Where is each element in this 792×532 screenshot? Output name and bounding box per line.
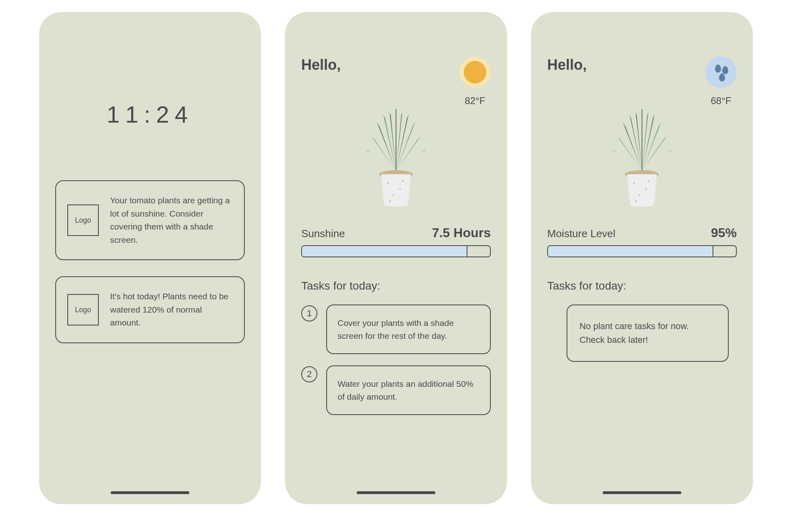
plant-icon (362, 102, 430, 207)
app-logo-placeholder: Logo (67, 294, 99, 325)
notification-card[interactable]: Logo Your tomato plants are getting a lo… (55, 180, 245, 260)
progress-fill (548, 246, 713, 257)
metric-value: 7.5 Hours (432, 225, 491, 240)
task-item[interactable]: 1 Cover your plants with a shade screen … (301, 305, 491, 354)
home-indicator[interactable] (357, 491, 436, 494)
task-text: Cover your plants with a shade screen fo… (326, 305, 491, 354)
temperature-value: 82°F (465, 95, 486, 106)
sun-icon (459, 56, 491, 88)
clock-time: 11:24 (55, 101, 245, 128)
task-number-badge: 2 (301, 366, 317, 382)
plant-illustration (547, 102, 737, 207)
metric-label: Sunshine (301, 227, 345, 240)
notification-text: It's hot today! Plants need to be watere… (110, 290, 233, 330)
app-logo-placeholder: Logo (67, 204, 99, 236)
tasks-heading: Tasks for today: (547, 280, 737, 292)
metric-value: 95% (711, 225, 737, 240)
plant-icon (608, 102, 676, 207)
notification-card[interactable]: Logo It's hot today! Plants need to be w… (55, 276, 245, 343)
home-indicator[interactable] (111, 491, 190, 494)
task-item[interactable]: 2 Water your plants an additional 50% of… (301, 365, 491, 415)
plant-illustration (301, 102, 491, 207)
dashboard-sunny-phone: Hello, 82°F Sunshine 7.5 Hours Tasks for… (285, 12, 507, 504)
dashboard-rainy-phone: Hello, 68°F Moisture Level 95% Tasks for… (531, 12, 753, 504)
tasks-heading: Tasks for today: (301, 280, 491, 292)
sunshine-progress-bar (301, 245, 491, 257)
metric-label: Moisture Level (547, 227, 615, 240)
notification-text: Your tomato plants are getting a lot of … (110, 194, 233, 246)
empty-tasks-card: No plant care tasks for now. Check back … (567, 305, 729, 362)
task-text: Water your plants an additional 50% of d… (326, 365, 491, 415)
moisture-progress-bar (547, 245, 737, 257)
home-indicator[interactable] (603, 491, 682, 494)
task-number-badge: 1 (301, 305, 317, 321)
lockscreen-phone: 11:24 Logo Your tomato plants are gettin… (39, 12, 261, 504)
greeting-text: Hello, (301, 56, 341, 73)
temperature-value: 68°F (711, 95, 732, 106)
greeting-text: Hello, (547, 56, 587, 73)
progress-fill (302, 246, 467, 257)
rain-icon (705, 56, 737, 88)
